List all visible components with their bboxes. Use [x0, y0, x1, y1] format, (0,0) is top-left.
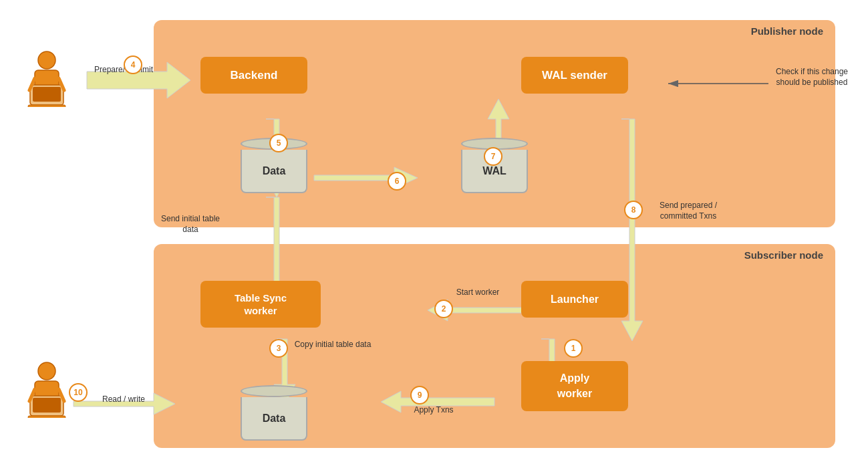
step-7: 7: [484, 147, 502, 166]
backend-box: Backend: [200, 57, 307, 94]
data-subscriber-cylinder: Data: [241, 384, 307, 441]
publisher-box: Publisher node: [154, 20, 835, 227]
step-6: 6: [388, 172, 406, 191]
svg-rect-27: [33, 398, 61, 413]
read-write-label: Read / write: [80, 394, 167, 405]
svg-rect-21: [28, 105, 65, 107]
wal-sender-box: WAL sender: [521, 57, 628, 94]
check-published-label: Check if this change should be published: [768, 67, 855, 88]
step-5: 5: [269, 134, 288, 152]
step-1: 1: [564, 339, 583, 358]
send-prepared-committed-label: Send prepared / committed Txns: [645, 201, 732, 221]
copy-initial-table-data-label: Copy initial table data: [293, 340, 373, 350]
apply-worker-box: Apply worker: [521, 361, 628, 411]
svg-rect-28: [28, 416, 65, 418]
diagram: Publisher node Subscriber node: [7, 7, 861, 455]
table-sync-worker-box: Table Sync worker: [200, 281, 321, 328]
start-worker-label: Start worker: [451, 287, 504, 298]
subscriber-label: Subscriber node: [744, 249, 823, 261]
step-9: 9: [410, 386, 429, 405]
step-4: 4: [124, 55, 142, 74]
apply-txns-label: Apply Txns: [410, 405, 457, 416]
svg-rect-20: [33, 87, 61, 102]
subscriber-person: [27, 361, 67, 415]
send-initial-table-data-label: Send initial table data: [157, 214, 224, 235]
svg-point-24: [38, 362, 55, 380]
step-3: 3: [269, 339, 288, 358]
publisher-person: [27, 50, 67, 104]
step-10: 10: [69, 383, 88, 402]
step-2: 2: [434, 300, 453, 318]
step-8: 8: [624, 201, 643, 219]
svg-point-17: [38, 51, 55, 69]
publisher-label: Publisher node: [751, 25, 823, 37]
launcher-box: Launcher: [521, 281, 628, 318]
